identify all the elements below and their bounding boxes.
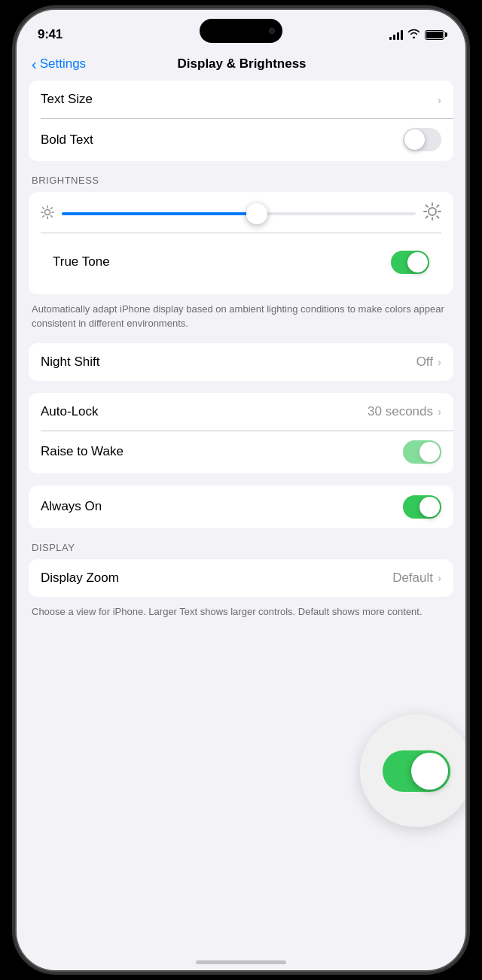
svg-line-7 xyxy=(43,216,44,218)
bold-text-label: Bold Text xyxy=(41,132,93,148)
svg-line-16 xyxy=(426,216,428,218)
night-shift-right: Off › xyxy=(416,355,441,370)
night-shift-label: Night Shift xyxy=(41,355,99,370)
magnified-toggle-thumb xyxy=(411,753,448,790)
wifi-icon xyxy=(407,29,420,41)
nav-bar: ‹ Settings Display & Brightness xyxy=(17,50,465,81)
svg-line-14 xyxy=(426,205,428,207)
back-button[interactable]: ‹ Settings xyxy=(32,56,86,72)
slider-thumb xyxy=(246,203,267,224)
svg-point-0 xyxy=(45,210,50,215)
text-size-row[interactable]: Text Size › xyxy=(29,81,453,118)
home-indicator xyxy=(196,960,286,964)
auto-lock-label: Auto-Lock xyxy=(41,404,99,419)
always-on-label: Always On xyxy=(41,499,102,514)
chevron-right-icon: › xyxy=(438,93,441,106)
raise-to-wake-label: Raise to Wake xyxy=(41,444,124,459)
night-shift-value: Off xyxy=(416,355,433,370)
toggle-thumb xyxy=(419,497,440,517)
dynamic-island xyxy=(200,19,282,43)
toggle-thumb xyxy=(404,129,425,150)
chevron-right-icon: › xyxy=(438,571,441,584)
always-on-row[interactable]: Always On xyxy=(29,485,453,528)
always-on-card: Always On xyxy=(29,485,453,528)
display-section-header: DISPLAY xyxy=(17,528,465,559)
back-label: Settings xyxy=(40,56,86,72)
display-zoom-label: Display Zoom xyxy=(41,571,119,586)
chevron-right-icon: › xyxy=(438,405,441,418)
svg-line-15 xyxy=(437,216,438,218)
status-icons xyxy=(389,29,444,41)
raise-to-wake-toggle[interactable] xyxy=(403,440,441,464)
auto-lock-row[interactable]: Auto-Lock 30 seconds › xyxy=(29,393,453,431)
true-tone-row[interactable]: True Tone xyxy=(41,241,441,284)
text-size-right: › xyxy=(438,93,441,106)
display-zoom-card: Display Zoom Default › xyxy=(29,559,453,597)
magnified-always-on-toggle[interactable] xyxy=(383,750,450,792)
status-bar: 9:41 xyxy=(17,10,465,50)
brightness-slider[interactable] xyxy=(62,212,416,215)
auto-lock-right: 30 seconds › xyxy=(368,404,441,419)
display-zoom-description: Choose a view for iPhone. Larger Text sh… xyxy=(17,597,465,632)
brightness-card: True Tone xyxy=(29,192,453,294)
lock-wake-card: Auto-Lock 30 seconds › Raise to Wake xyxy=(29,393,453,473)
toggle-thumb xyxy=(407,252,428,272)
sun-large-icon xyxy=(423,202,441,225)
chevron-back-icon: ‹ xyxy=(32,56,37,72)
bold-text-row[interactable]: Bold Text xyxy=(29,118,453,161)
display-zoom-value: Default xyxy=(392,571,433,586)
brightness-section-header: BRIGHTNESS xyxy=(17,161,465,192)
page-title: Display & Brightness xyxy=(86,56,398,72)
svg-line-17 xyxy=(437,205,438,207)
raise-to-wake-row[interactable]: Raise to Wake xyxy=(29,431,453,473)
text-settings-card: Text Size › Bold Text xyxy=(29,81,453,161)
sun-small-icon xyxy=(41,205,54,222)
slider-fill xyxy=(62,212,257,215)
svg-line-8 xyxy=(51,208,53,209)
brightness-slider-row xyxy=(41,202,441,225)
display-zoom-row[interactable]: Display Zoom Default › xyxy=(29,559,453,597)
night-shift-row[interactable]: Night Shift Off › xyxy=(29,343,453,381)
true-tone-toggle[interactable] xyxy=(391,251,429,274)
status-time: 9:41 xyxy=(38,27,63,42)
always-on-toggle[interactable] xyxy=(403,495,441,519)
true-tone-label: True Tone xyxy=(53,254,110,269)
night-shift-card: Night Shift Off › xyxy=(29,343,453,381)
magnified-toggle-overlay xyxy=(360,714,467,827)
chevron-right-icon: › xyxy=(438,355,441,368)
toggle-thumb xyxy=(419,442,440,462)
signal-bars-icon xyxy=(389,29,403,40)
svg-point-9 xyxy=(429,208,436,215)
svg-line-5 xyxy=(43,208,44,209)
text-size-label: Text Size xyxy=(41,92,93,107)
bold-text-toggle[interactable] xyxy=(403,128,441,151)
settings-content: Text Size › Bold Text BRIGHTNESS xyxy=(17,81,465,970)
true-tone-description: Automatically adapt iPhone display based… xyxy=(17,294,465,343)
battery-icon xyxy=(425,30,444,40)
display-zoom-right: Default › xyxy=(392,571,441,586)
auto-lock-value: 30 seconds xyxy=(368,404,433,419)
svg-line-6 xyxy=(51,216,53,218)
dynamic-island-dot xyxy=(269,28,275,34)
